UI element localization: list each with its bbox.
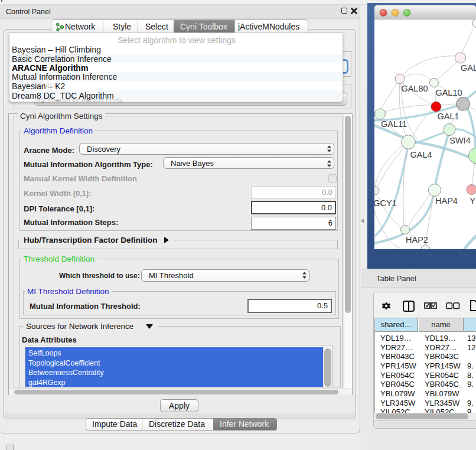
svg-text:SWI4: SWI4 (449, 136, 470, 145)
svg-text:GAL7: GAL7 (461, 63, 476, 73)
svg-text:GCY1: GCY1 (373, 198, 397, 208)
svg-text:Y: Y (470, 196, 475, 206)
svg-text:GAL4: GAL4 (410, 150, 432, 159)
svg-text:GAL1: GAL1 (437, 112, 459, 121)
svg-text:GAL11: GAL11 (381, 119, 407, 129)
svg-text:GAL10: GAL10 (435, 88, 462, 97)
svg-text:GAL80: GAL80 (401, 84, 428, 93)
svg-text:HAP4: HAP4 (435, 196, 458, 206)
svg-text:HAP2: HAP2 (406, 235, 428, 244)
